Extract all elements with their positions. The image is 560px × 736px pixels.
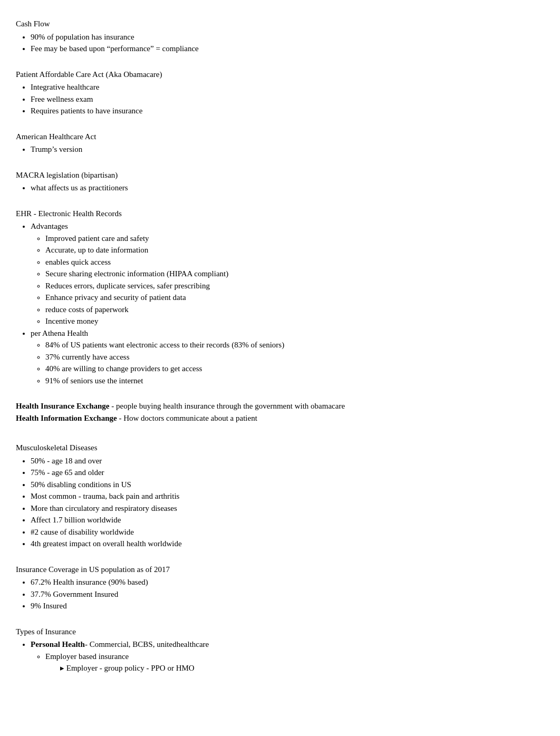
employer-based-item: Employer based insurance Employer - grou… xyxy=(45,651,544,674)
musculo-title: Musculoskeletal Diseases xyxy=(16,442,544,454)
employer-group-list: Employer - group policy - PPO or HMO xyxy=(45,662,544,674)
list-item: what affects us as practitioners xyxy=(31,182,544,194)
types-list: Personal Health- Commercial, BCBS, unite… xyxy=(16,638,544,674)
list-item: Affect 1.7 billion worldwide xyxy=(31,514,544,526)
hie-line: Health Insurance Exchange - people buyin… xyxy=(16,400,544,412)
macra-title: MACRA legislation (bipartisan) xyxy=(16,169,544,181)
list-item: Trump’s version xyxy=(31,143,544,156)
list-item: Accurate, up to date information xyxy=(45,244,544,256)
list-item: Fee may be based upon “performance” = co… xyxy=(31,43,544,55)
list-item: Secure sharing electronic information (H… xyxy=(45,268,544,280)
list-item: enables quick access xyxy=(45,256,544,268)
aha-title: American Healthcare Act xyxy=(16,131,544,143)
cash-flow-title: Cash Flow xyxy=(16,18,544,30)
list-item: 50% - age 18 and over xyxy=(31,455,544,467)
employer-based-label: Employer based insurance xyxy=(45,652,129,661)
list-item: Improved patient care and safety xyxy=(45,233,544,245)
aca-list: Integrative healthcare Free wellness exa… xyxy=(16,81,544,117)
aha-list: Trump’s version xyxy=(16,143,544,156)
advantages-item: Advantages Improved patient care and saf… xyxy=(31,220,544,327)
list-item: #2 cause of disability worldwide xyxy=(31,526,544,538)
per-athena-item: per Athena Health 84% of US patients wan… xyxy=(31,327,544,387)
list-item: 90% of population has insurance xyxy=(31,31,544,43)
list-item: Enhance privacy and security of patient … xyxy=(45,292,544,304)
per-athena-label: per Athena Health xyxy=(31,329,88,337)
hinfo-text: - How doctors communicate about a patien… xyxy=(119,414,257,422)
per-athena-sublist: 84% of US patients want electronic acces… xyxy=(31,339,544,386)
ehr-list: Advantages Improved patient care and saf… xyxy=(16,220,544,386)
list-item: 84% of US patients want electronic acces… xyxy=(45,339,544,351)
personal-health-text: - Commercial, BCBS, unitedhealthcare xyxy=(85,640,209,648)
hie-label: Health Insurance Exchange xyxy=(16,402,110,410)
list-item: Free wellness exam xyxy=(31,93,544,105)
macra-list: what affects us as practitioners xyxy=(16,182,544,194)
advantages-sublist: Improved patient care and safety Accurat… xyxy=(31,233,544,327)
list-item: reduce costs of paperwork xyxy=(45,304,544,316)
list-item: Integrative healthcare xyxy=(31,81,544,93)
aca-title: Patient Affordable Care Act (Aka Obamaca… xyxy=(16,69,544,81)
list-item: Most common - trauma, back pain and arth… xyxy=(31,490,544,502)
employer-group-item: Employer - group policy - PPO or HMO xyxy=(60,662,544,674)
list-item: More than circulatory and respiratory di… xyxy=(31,502,544,515)
list-item: 4th greatest impact on overall health wo… xyxy=(31,538,544,550)
musculo-list: 50% - age 18 and over 75% - age 65 and o… xyxy=(16,455,544,550)
list-item: 40% are willing to change providers to g… xyxy=(45,363,544,375)
hie-text: - people buying health insurance through… xyxy=(111,402,345,410)
hinfo-label: Health Information Exchange xyxy=(16,414,117,422)
exchanges-block: Health Insurance Exchange - people buyin… xyxy=(16,400,544,424)
list-item: Incentive money xyxy=(45,315,544,327)
list-item: Reduces errors, duplicate services, safe… xyxy=(45,280,544,292)
coverage-title: Insurance Coverage in US population as o… xyxy=(16,564,544,576)
personal-health-label: Personal Health xyxy=(31,640,85,648)
employer-based-list: Employer based insurance Employer - grou… xyxy=(31,651,544,674)
list-item: 75% - age 65 and older xyxy=(31,467,544,479)
hinfo-line: Health Information Exchange - How doctor… xyxy=(16,412,544,424)
cash-flow-list: 90% of population has insurance Fee may … xyxy=(16,31,544,55)
types-title: Types of Insurance xyxy=(16,626,544,638)
list-item: 37% currently have access xyxy=(45,351,544,363)
list-item: 50% disabling conditions in US xyxy=(31,479,544,491)
list-item: Requires patients to have insurance xyxy=(31,105,544,117)
advantages-label: Advantages xyxy=(31,222,68,230)
list-item: 37.7% Government Insured xyxy=(31,588,544,601)
coverage-list: 67.2% Health insurance (90% based) 37.7%… xyxy=(16,576,544,612)
personal-health-item: Personal Health- Commercial, BCBS, unite… xyxy=(31,638,544,674)
list-item: 91% of seniors use the internet xyxy=(45,375,544,387)
list-item: 67.2% Health insurance (90% based) xyxy=(31,576,544,588)
ehr-title: EHR - Electronic Health Records xyxy=(16,208,544,220)
list-item: 9% Insured xyxy=(31,600,544,612)
